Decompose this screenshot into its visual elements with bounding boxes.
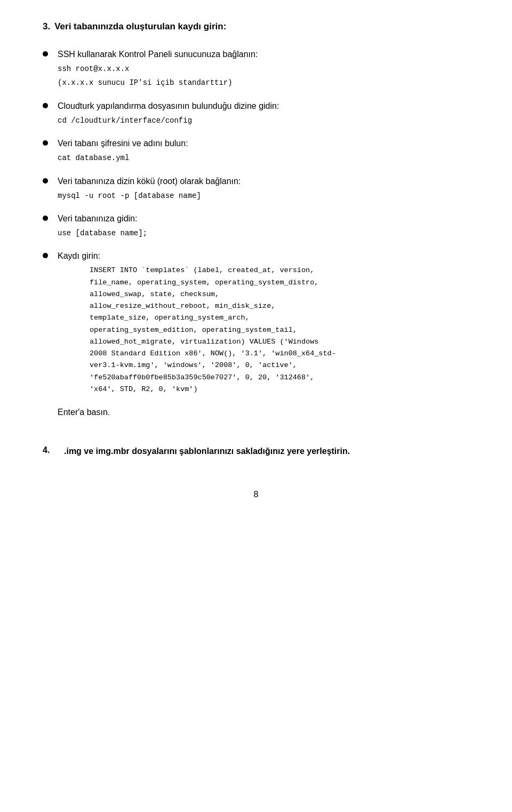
code-usedb: use [database name]; xyxy=(58,227,469,239)
bullet-icon xyxy=(43,51,48,57)
bullet-text-usedb: Veri tabanınıza gidin: xyxy=(58,212,469,225)
enter-text: Enter'a basın. xyxy=(58,406,469,419)
code-insert-block: INSERT INTO `templates` (label, created_… xyxy=(90,265,469,395)
code-db-cred: cat database.yml xyxy=(58,152,469,164)
bullet-text-cloudturk: Cloudturk yapılandırma dosyasının bulund… xyxy=(58,100,469,113)
bullet-icon xyxy=(43,178,48,184)
bullet-content-ssh: SSH kullanarak Kontrol Paneli sunucunuza… xyxy=(58,48,469,89)
section-4-text: .img ve img.mbr dosyalarını şablonlarını… xyxy=(64,445,350,457)
bullet-text-db-cred: Veri tabanı şifresini ve adını bulun: xyxy=(58,137,469,150)
bullet-icon xyxy=(43,216,48,221)
list-item: Veri tabanınıza gidin: use [database nam… xyxy=(43,212,469,239)
code-mysql: mysql -u root -p [database name] xyxy=(58,190,469,202)
bullet-content-mysql: Veri tabanınıza dizin kökü (root) olarak… xyxy=(58,175,469,202)
section-3-header: 3. Veri tabanınızda oluşturulan kaydı gi… xyxy=(43,21,469,32)
section-3: 3. Veri tabanınızda oluşturulan kaydı gi… xyxy=(43,21,469,419)
code-cloudturk: cd /cloudturk/interface/config xyxy=(58,115,469,126)
bullet-content-db-cred: Veri tabanı şifresini ve adını bulun: ca… xyxy=(58,137,469,164)
bullet-icon xyxy=(43,253,48,258)
section-3-number: 3. xyxy=(43,21,50,32)
bullet-content-usedb: Veri tabanınıza gidin: use [database nam… xyxy=(58,212,469,239)
section-3-heading: Veri tabanınızda oluşturulan kaydı girin… xyxy=(54,21,226,32)
code-ssh-1: ssh root@x.x.x.x xyxy=(58,63,469,75)
bullet-text-insert: Kaydı girin: xyxy=(58,250,469,262)
bullet-text-ssh: SSH kullanarak Kontrol Paneli sunucunuza… xyxy=(58,48,469,61)
list-item: Cloudturk yapılandırma dosyasının bulund… xyxy=(43,100,469,126)
bullet-content-cloudturk: Cloudturk yapılandırma dosyasının bulund… xyxy=(58,100,469,126)
list-item: SSH kullanarak Kontrol Paneli sunucunuza… xyxy=(43,48,469,89)
bullet-content-insert: Kaydı girin: INSERT INTO `templates` (la… xyxy=(58,250,469,395)
bullet-icon xyxy=(43,103,48,108)
bullet-text-mysql: Veri tabanınıza dizin kökü (root) olarak… xyxy=(58,175,469,188)
page-number: 8 xyxy=(43,490,469,499)
bullet-list: SSH kullanarak Kontrol Paneli sunucunuza… xyxy=(43,48,469,395)
section-4: 4. .img ve img.mbr dosyalarını şablonlar… xyxy=(43,445,469,457)
list-item: Veri tabanınıza dizin kökü (root) olarak… xyxy=(43,175,469,202)
code-ssh-2: (x.x.x.x sunucu IP'si içib standarttır) xyxy=(58,77,469,89)
bullet-icon xyxy=(43,140,48,146)
list-item: Veri tabanı şifresini ve adını bulun: ca… xyxy=(43,137,469,164)
section-4-number: 4. xyxy=(43,445,55,455)
list-item: Kaydı girin: INSERT INTO `templates` (la… xyxy=(43,250,469,395)
